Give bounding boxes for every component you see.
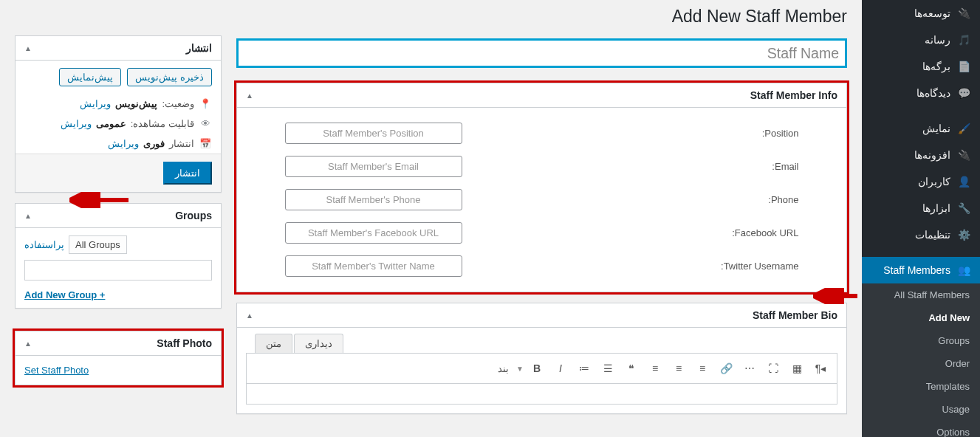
preview-button[interactable]: پیش‌نمایش — [59, 68, 121, 86]
user-icon: 👤 — [956, 174, 971, 189]
edit-schedule-link[interactable]: ویرایش — [108, 138, 139, 149]
email-input[interactable] — [285, 156, 462, 177]
calendar-icon: 📅 — [199, 138, 212, 149]
bullet-list-icon[interactable]: ≔ — [574, 358, 594, 379]
plug-icon: 🔌 — [956, 6, 971, 21]
submenu-all-staff[interactable]: All Staff Members — [862, 283, 980, 306]
sliders-icon: ⚙️ — [956, 227, 971, 242]
collapse-toggle-icon[interactable]: ▲ — [246, 312, 253, 320]
staff-name-input[interactable] — [236, 38, 847, 68]
schedule-row: 📅 انتشار فوری ویرایش — [16, 134, 221, 154]
position-label: Position: — [762, 128, 799, 139]
publish-title: انتشار — [186, 42, 212, 54]
brush-icon: 🖌️ — [956, 121, 971, 136]
users-icon: 👥 — [956, 263, 971, 278]
paragraph-selector[interactable]: بند — [493, 363, 513, 374]
email-label: Email: — [772, 161, 798, 172]
plugin-icon: 🔌 — [956, 148, 971, 162]
paragraph-dir-icon[interactable]: ¶◂ — [810, 358, 831, 379]
editor-body[interactable] — [246, 384, 837, 405]
phone-input[interactable] — [285, 189, 462, 210]
bold-icon[interactable]: B — [527, 358, 547, 379]
menu-separator — [862, 248, 980, 257]
twitter-label: Twitter Username: — [721, 261, 799, 272]
submenu-usage[interactable]: Usage — [862, 398, 980, 421]
menu-item-comments[interactable]: 💬دیدگاه‌ها — [862, 80, 980, 106]
status-row: 📍 وضعیت: پیش‌نویس ویرایش — [16, 94, 221, 114]
wrench-icon: 🔧 — [956, 201, 971, 216]
menu-item-pages[interactable]: 📄برگه‌ها — [862, 53, 980, 80]
facebook-input[interactable] — [285, 222, 462, 244]
menu-item-plugins[interactable]: 🔌افزونه‌ها — [862, 142, 980, 168]
collapse-toggle-icon[interactable]: ▲ — [24, 44, 32, 52]
page-icon: 📄 — [956, 59, 971, 74]
menu-item-settings[interactable]: ⚙️تنظیمات — [862, 221, 980, 248]
save-draft-button[interactable]: ذخیره پیش‌نویس — [127, 68, 212, 86]
staff-photo-metabox: Staff Photo ▲ Set Staff Photo — [15, 331, 222, 385]
phone-label: Phone: — [768, 194, 798, 205]
menu-item-media[interactable]: 🎵رسانه — [862, 27, 980, 53]
visibility-row: 👁 قابلیت مشاهده: عمومی ویرایش — [16, 114, 221, 134]
numbered-list-icon[interactable]: ☰ — [597, 358, 618, 379]
link-icon[interactable]: 🔗 — [716, 358, 736, 379]
set-staff-photo-link[interactable]: Set Staff Photo — [24, 365, 89, 376]
collapse-toggle-icon[interactable]: ▲ — [246, 92, 253, 100]
menu-item-appearance[interactable]: 🖌️نمایش — [862, 115, 980, 142]
italic-icon[interactable]: I — [550, 358, 571, 379]
submenu-groups[interactable]: Groups — [862, 329, 980, 352]
editor-toolbar: بند ▼ B I ≔ ☰ ❝ ≡ ≡ ≡ 🔗 ⋯ ⛶ ▦ ¶ — [246, 353, 837, 384]
eye-icon: 👁 — [199, 118, 212, 129]
twitter-input[interactable] — [285, 255, 462, 277]
submenu-order[interactable]: Order — [862, 352, 980, 375]
collapse-toggle-icon[interactable]: ▲ — [24, 340, 32, 348]
editor-tab-text[interactable]: متن — [255, 334, 292, 353]
more-icon[interactable]: ⋯ — [739, 358, 760, 379]
add-new-group-link[interactable]: + Add New Group — [24, 289, 105, 300]
pin-icon: 📍 — [199, 98, 212, 109]
staff-info-title: Staff Member Info — [750, 89, 837, 101]
staff-bio-title: Staff Member Bio — [753, 309, 837, 321]
publish-button[interactable]: انتشار — [163, 162, 212, 185]
most-used-tab[interactable]: پراستفاده — [24, 239, 64, 250]
group-selector-box[interactable] — [24, 260, 212, 281]
editor-tab-visual[interactable]: دیداری — [294, 334, 343, 353]
staff-bio-metabox: Staff Member Bio ▲ متن دیداری بند ▼ B I … — [236, 303, 847, 414]
groups-title: Groups — [175, 210, 212, 221]
page-title: Add New Staff Member — [236, 7, 847, 27]
media-icon: 🎵 — [956, 32, 971, 47]
publish-metabox: انتشار ▲ ذخیره پیش‌نویس پیش‌نمایش 📍 وضعی… — [15, 35, 222, 193]
page-header: Add New Staff Member — [236, 0, 847, 30]
menu-item-users[interactable]: 👤کاربران — [862, 168, 980, 195]
align-center-icon[interactable]: ≡ — [668, 358, 689, 379]
staff-photo-title: Staff Photo — [157, 337, 212, 349]
comment-icon: 💬 — [956, 86, 971, 100]
edit-visibility-link[interactable]: ویرایش — [61, 118, 92, 129]
collapse-toggle-icon[interactable]: ▲ — [24, 212, 32, 220]
staff-info-metabox: Staff Member Info ▲ Position: Email: Pho… — [236, 83, 847, 292]
all-groups-tab[interactable]: All Groups — [69, 235, 127, 254]
facebook-label: Facebook URL: — [732, 227, 798, 238]
align-left-icon[interactable]: ≡ — [692, 358, 713, 379]
submenu-add-new[interactable]: Add New — [862, 306, 980, 329]
fullscreen-icon[interactable]: ⛶ — [763, 358, 784, 379]
align-right-icon[interactable]: ≡ — [645, 358, 665, 379]
menu-separator — [862, 106, 980, 115]
toolbar-toggle-icon[interactable]: ▦ — [787, 358, 807, 379]
admin-sidebar: 🔌توسعه‌ها 🎵رسانه 📄برگه‌ها 💬دیدگاه‌ها 🖌️ن… — [862, 0, 980, 437]
menu-item-staff-members[interactable]: 👥Staff Members — [862, 257, 980, 283]
menu-item-plugins-top[interactable]: 🔌توسعه‌ها — [862, 0, 980, 27]
submenu-templates[interactable]: Templates — [862, 375, 980, 398]
menu-item-tools[interactable]: 🔧ابزارها — [862, 195, 980, 221]
position-input[interactable] — [285, 123, 462, 144]
submenu-options[interactable]: Options — [862, 421, 980, 437]
groups-metabox: Groups ▲ All Groups پراستفاده + Add New … — [15, 203, 222, 309]
quote-icon[interactable]: ❝ — [621, 358, 642, 379]
edit-status-link[interactable]: ویرایش — [80, 98, 111, 109]
